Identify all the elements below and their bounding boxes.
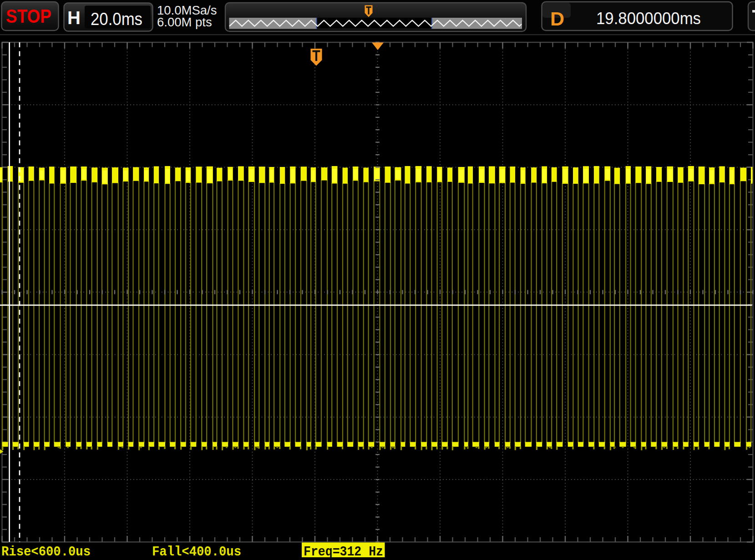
svg-text:H: H (67, 8, 81, 28)
svg-text:20.0ms: 20.0ms (91, 10, 142, 29)
svg-text:19.8000000ms: 19.8000000ms (596, 9, 701, 28)
svg-text:6.00M pts: 6.00M pts (157, 15, 212, 29)
svg-text:D: D (550, 8, 564, 30)
svg-text:Freq=312 Hz: Freq=312 Hz (304, 544, 383, 560)
svg-text:STOP: STOP (6, 5, 51, 27)
svg-text:Fall<400.0us: Fall<400.0us (152, 544, 241, 560)
svg-text:Rise<600.0us: Rise<600.0us (1, 544, 91, 560)
